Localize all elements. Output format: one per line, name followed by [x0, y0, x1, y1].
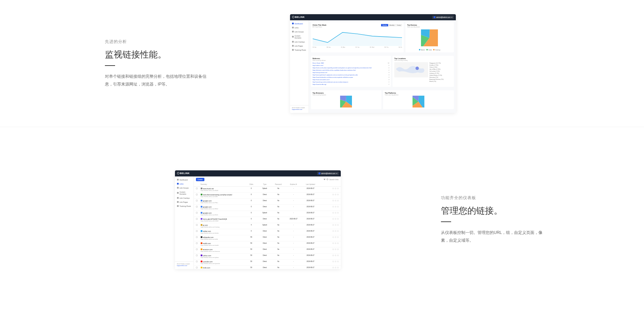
- app-logo[interactable]: BELINK: [177, 172, 190, 174]
- referrer-item[interactable]: Direct, Email, SMS92: [313, 62, 390, 64]
- edit-icon[interactable]: [337, 261, 339, 262]
- edit-icon[interactable]: [337, 212, 339, 214]
- sidebar-item-link-groups[interactable]: Link Groups: [290, 30, 309, 34]
- filter-icon[interactable]: [324, 179, 326, 180]
- table-row[interactable]: youtube.comhttps://belink.vebto.com/yout…: [194, 260, 341, 266]
- view-icon[interactable]: [332, 255, 334, 256]
- referrer-item[interactable]: http://nathan.com/4: [313, 65, 390, 66]
- time-tab-monthly[interactable]: Monthly: [388, 24, 396, 26]
- checkbox[interactable]: [196, 261, 198, 262]
- table-row[interactable]: jp.comhttps://belink.vebto.com/coming4Sp…: [194, 223, 341, 229]
- checkbox[interactable]: [196, 218, 198, 220]
- table-row[interactable]: wikipedia.comhttps://belink.vebto.com/w6…: [194, 235, 341, 241]
- checkbox[interactable]: [196, 206, 198, 208]
- sidebar-item-dashboard[interactable]: Dashboard: [290, 22, 309, 26]
- edit-icon[interactable]: [337, 188, 339, 189]
- copy-icon[interactable]: [335, 212, 336, 214]
- search-icon[interactable]: [327, 178, 328, 180]
- referrer-item[interactable]: https://johnston.com/nihil-hic-id-hic-cu…: [313, 69, 390, 71]
- referrer-item[interactable]: http://www.jacobson.net/3: [313, 72, 390, 73]
- view-icon[interactable]: [332, 267, 334, 268]
- edit-icon[interactable]: [337, 236, 339, 238]
- sidebar-item-tracking-pixels[interactable]: Tracking Pixels: [290, 48, 309, 52]
- referrer-item[interactable]: https://www.hurdle.org/2: [313, 83, 390, 85]
- copy-icon[interactable]: [335, 248, 336, 250]
- copy-icon[interactable]: [335, 200, 336, 201]
- user-menu[interactable]: admin@belink.com ▾: [317, 172, 339, 175]
- app-logo[interactable]: BELINK: [292, 16, 305, 18]
- checkbox[interactable]: [196, 248, 198, 250]
- checkbox[interactable]: [196, 188, 198, 189]
- view-icon[interactable]: [332, 230, 334, 232]
- edit-icon[interactable]: [337, 255, 339, 256]
- sidebar-item-links[interactable]: Links: [175, 182, 194, 186]
- copy-icon[interactable]: [335, 188, 336, 189]
- checkbox[interactable]: [196, 212, 198, 214]
- checkbox[interactable]: [196, 200, 198, 201]
- edit-icon[interactable]: [337, 230, 339, 232]
- time-tab-weekly[interactable]: Weekly: [381, 24, 388, 26]
- table-row[interactable]: google.comhttps://belink.vebto.com/T8cx0…: [194, 199, 341, 205]
- referrer-item[interactable]: https://www.hodowske.com/totam-omnis-sap…: [313, 76, 390, 78]
- sidebar-item-tracking-pixels[interactable]: Tracking Pixels: [175, 204, 194, 208]
- copy-icon[interactable]: [335, 267, 336, 268]
- table-row[interactable]: yahoo.comhttps://belink.vebto.com/yahoo5…: [194, 254, 341, 260]
- copy-icon[interactable]: [335, 242, 336, 244]
- table-row[interactable]: imdb.comhttps://belink.vebto.com/Tc2d50D…: [194, 266, 341, 269]
- copy-icon[interactable]: [335, 230, 336, 232]
- sidebar-item-link-groups[interactable]: Link Groups: [175, 186, 194, 190]
- edit-icon[interactable]: [337, 242, 339, 244]
- view-icon[interactable]: [332, 248, 334, 250]
- table-row[interactable]: twitter.comhttps://belink.vebto.com/twit…: [194, 229, 341, 235]
- sidebar-item-link-overlays[interactable]: Link Overlays: [175, 196, 194, 200]
- sidebar-item-link-overlays[interactable]: Link Overlays: [290, 40, 309, 44]
- table-row[interactable]: google.comhttps://belink.vebto.com/h1eh0…: [194, 211, 341, 217]
- referrer-item[interactable]: http://www.wyrdemach.org/ipsum-sunt-accu…: [313, 74, 390, 76]
- table-row[interactable]: www.themostamazing.com/php-scripts/https…: [194, 193, 341, 199]
- table-row[interactable]: reddit.comhttps://belink.vebto.com/reddi…: [194, 241, 341, 247]
- copy-icon[interactable]: [335, 224, 336, 226]
- view-icon[interactable]: [332, 212, 334, 214]
- copy-icon[interactable]: [335, 218, 336, 220]
- view-icon[interactable]: [332, 236, 334, 238]
- edit-icon[interactable]: [337, 248, 339, 250]
- copy-icon[interactable]: [335, 206, 336, 208]
- table-row[interactable]: www.huels.nethttps://belink.vebto.com/Zh…: [194, 187, 341, 193]
- referrer-item[interactable]: http://www.leray.com/sunt-laborum-earum-…: [313, 81, 390, 83]
- checkbox[interactable]: [196, 242, 198, 244]
- table-row[interactable]: forms.gle/v67QdGKYIsamDdQ6https://belink…: [194, 217, 341, 223]
- view-icon[interactable]: [332, 194, 334, 195]
- edit-icon[interactable]: [337, 194, 339, 195]
- copy-icon[interactable]: [335, 236, 336, 238]
- upgrade-link[interactable]: Upgrade Account: [292, 109, 307, 110]
- sidebar-item-link-pages[interactable]: Link Pages: [290, 44, 309, 48]
- view-icon[interactable]: [332, 188, 334, 189]
- view-icon[interactable]: [332, 218, 334, 220]
- search-input[interactable]: Search links: [329, 178, 338, 181]
- view-icon[interactable]: [332, 224, 334, 226]
- time-tab-yearly[interactable]: Yearly: [396, 24, 402, 26]
- referrer-item[interactable]: https://www.vonrueden.com/3: [313, 79, 390, 80]
- table-row[interactable]: google.comhttps://belink.vebto.com/K4wl0…: [194, 205, 341, 211]
- sidebar-item-links[interactable]: Links: [290, 26, 309, 30]
- sidebar-item-custom-domains[interactable]: Custom Domains: [175, 190, 194, 196]
- edit-icon[interactable]: [337, 267, 339, 268]
- copy-icon[interactable]: [335, 261, 336, 262]
- checkbox[interactable]: [196, 224, 198, 226]
- checkbox[interactable]: [196, 194, 198, 195]
- referrer-item[interactable]: https://wren.com/a-dare-expedita-provide…: [313, 67, 390, 69]
- sidebar-item-custom-domains[interactable]: Custom Domains: [290, 34, 309, 40]
- view-icon[interactable]: [332, 200, 334, 201]
- view-icon[interactable]: [332, 242, 334, 244]
- edit-icon[interactable]: [337, 218, 339, 220]
- copy-icon[interactable]: [335, 194, 336, 195]
- sidebar-item-dashboard[interactable]: Dashboard: [175, 178, 194, 182]
- checkbox[interactable]: [196, 267, 198, 268]
- checkbox[interactable]: [196, 255, 198, 256]
- checkbox[interactable]: [196, 236, 198, 238]
- table-row[interactable]: amazon.comhttps://belink.vebto.com/amazo…: [194, 247, 341, 254]
- checkbox[interactable]: [196, 230, 198, 232]
- copy-icon[interactable]: [335, 255, 336, 256]
- edit-icon[interactable]: [337, 224, 339, 226]
- edit-icon[interactable]: [337, 200, 339, 201]
